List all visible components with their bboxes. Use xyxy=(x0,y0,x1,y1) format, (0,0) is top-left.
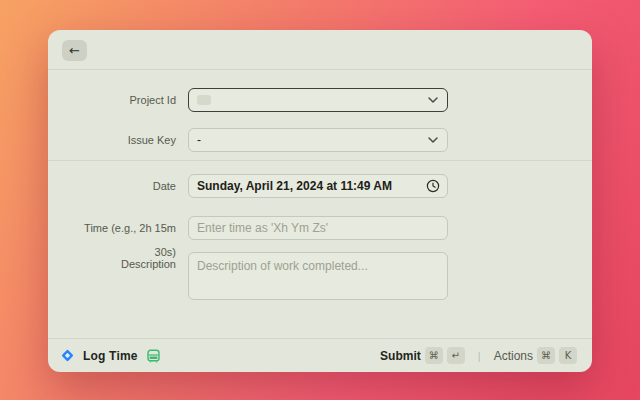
cmd-key-icon: ⌘ xyxy=(537,347,555,364)
back-arrow-icon: ← xyxy=(69,43,80,58)
actions-button[interactable]: Actions ⌘ K xyxy=(491,345,580,366)
issue-key-value: - xyxy=(197,133,201,147)
k-key-icon: K xyxy=(559,347,577,364)
project-id-dropdown[interactable] xyxy=(188,88,448,112)
cmd-key-icon: ⌘ xyxy=(425,347,443,364)
jira-diamond-icon xyxy=(60,348,75,363)
command-title: Log Time xyxy=(83,349,138,363)
issue-key-dropdown[interactable]: - xyxy=(188,128,448,152)
submit-button[interactable]: Submit ⌘ ↵ xyxy=(377,345,468,366)
date-picker-field[interactable]: Sunday, April 21, 2024 at 11:49 AM xyxy=(188,174,448,198)
issue-key-label: Issue Key xyxy=(60,128,176,152)
submit-label: Submit xyxy=(380,349,421,363)
actions-label: Actions xyxy=(494,349,533,363)
description-field xyxy=(188,252,448,300)
chevron-down-icon xyxy=(428,97,438,103)
section-divider xyxy=(48,160,592,161)
log-time-window: ← Project Id Issue Key - Date Sunday, Ap… xyxy=(48,30,592,372)
back-button[interactable]: ← xyxy=(62,40,87,61)
action-bar: Log Time Submit ⌘ ↵ | Actions ⌘ xyxy=(48,338,592,372)
time-input[interactable] xyxy=(197,221,439,235)
description-label: Description xyxy=(60,252,176,276)
return-key-icon: ↵ xyxy=(447,347,465,364)
time-input-field xyxy=(188,216,448,240)
footer-right: Submit ⌘ ↵ | Actions ⌘ K xyxy=(377,345,580,366)
date-label: Date xyxy=(60,174,176,198)
footer-separator: | xyxy=(478,350,481,362)
tray-green-icon xyxy=(146,349,161,363)
loading-skeleton xyxy=(197,95,211,105)
date-value: Sunday, April 21, 2024 at 11:49 AM xyxy=(197,179,392,193)
clock-icon[interactable] xyxy=(426,179,440,193)
chevron-down-icon xyxy=(428,137,438,143)
footer-left: Log Time xyxy=(60,348,161,363)
window-header: ← xyxy=(48,30,592,70)
desktop: { "header": { "back_icon": "←" }, "form"… xyxy=(0,0,640,400)
project-id-label: Project Id xyxy=(60,88,176,112)
description-textarea[interactable] xyxy=(197,259,439,293)
